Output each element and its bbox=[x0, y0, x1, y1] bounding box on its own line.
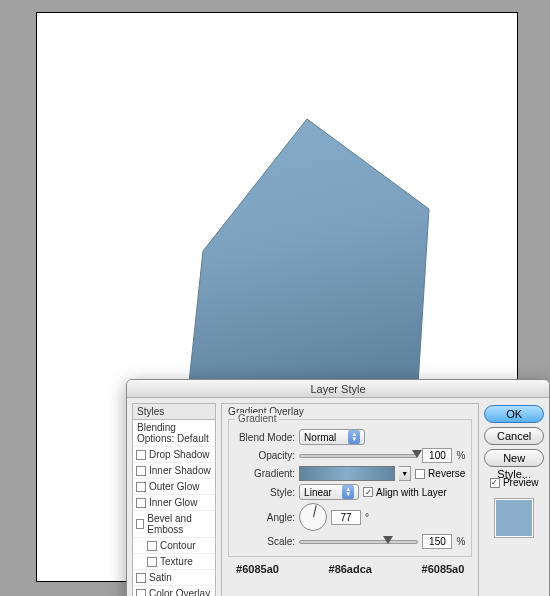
cancel-button[interactable]: Cancel bbox=[484, 427, 544, 445]
buttons-column: OK Cancel New Style... Preview bbox=[484, 403, 544, 596]
preview-label: Preview bbox=[503, 477, 539, 488]
checkbox[interactable] bbox=[136, 589, 146, 597]
legend: Gradient bbox=[235, 413, 279, 424]
opacity-value[interactable]: 100 bbox=[422, 448, 452, 463]
checkbox[interactable] bbox=[147, 557, 157, 567]
hex-2: #86adca bbox=[329, 563, 372, 575]
scale-value[interactable]: 150 bbox=[422, 534, 452, 549]
gradient-swatch[interactable] bbox=[299, 466, 395, 481]
checkbox[interactable] bbox=[136, 519, 144, 529]
style-satin[interactable]: Satin bbox=[133, 570, 215, 586]
scale-label: Scale: bbox=[235, 536, 295, 547]
styles-header[interactable]: Styles bbox=[132, 403, 216, 420]
preview-checkbox[interactable] bbox=[490, 478, 500, 488]
layer-style-dialog: Layer Style Styles Blending Options: Def… bbox=[126, 379, 550, 596]
angle-label: Angle: bbox=[235, 512, 295, 523]
blend-mode-label: Blend Mode: bbox=[235, 432, 295, 443]
style-texture[interactable]: Texture bbox=[133, 554, 215, 570]
gradient-fieldset: Gradient Blend Mode: Normal ▲▼ Opacity: … bbox=[228, 419, 472, 557]
blend-mode-select[interactable]: Normal ▲▼ bbox=[299, 429, 365, 445]
blending-options-row[interactable]: Blending Options: Default bbox=[133, 420, 215, 447]
style-label: Style: bbox=[235, 487, 295, 498]
checkbox[interactable] bbox=[136, 573, 146, 583]
chevron-updown-icon: ▲▼ bbox=[342, 485, 354, 499]
gradient-overlay-panel: Gradient Overlay Gradient Blend Mode: No… bbox=[221, 403, 479, 596]
gradient-label: Gradient: bbox=[235, 468, 295, 479]
dialog-title: Layer Style bbox=[127, 380, 549, 398]
checkbox[interactable] bbox=[136, 482, 146, 492]
reverse-checkbox[interactable] bbox=[415, 469, 425, 479]
styles-list: Blending Options: Default Drop Shadow In… bbox=[132, 420, 216, 596]
envelope-shape bbox=[177, 111, 447, 401]
style-drop-shadow[interactable]: Drop Shadow bbox=[133, 447, 215, 463]
hex-3: #6085a0 bbox=[422, 563, 465, 575]
style-inner-shadow[interactable]: Inner Shadow bbox=[133, 463, 215, 479]
align-checkbox[interactable] bbox=[363, 487, 373, 497]
opacity-label: Opacity: bbox=[235, 450, 295, 461]
svg-marker-0 bbox=[187, 119, 429, 401]
hex-readout: #6085a0 #86adca #6085a0 bbox=[228, 557, 472, 575]
gradient-dropdown[interactable]: ▼ bbox=[399, 466, 411, 481]
opacity-slider[interactable] bbox=[299, 454, 418, 458]
checkbox[interactable] bbox=[136, 466, 146, 476]
angle-dial[interactable] bbox=[299, 503, 327, 531]
new-style-button[interactable]: New Style... bbox=[484, 449, 544, 467]
hex-1: #6085a0 bbox=[236, 563, 279, 575]
angle-value[interactable]: 77 bbox=[331, 510, 361, 525]
style-outer-glow[interactable]: Outer Glow bbox=[133, 479, 215, 495]
style-color-overlay[interactable]: Color Overlay bbox=[133, 586, 215, 596]
ok-button[interactable]: OK bbox=[484, 405, 544, 423]
style-select[interactable]: Linear ▲▼ bbox=[299, 484, 359, 500]
preview-swatch bbox=[494, 498, 534, 538]
style-contour[interactable]: Contour bbox=[133, 538, 215, 554]
style-bevel-emboss[interactable]: Bevel and Emboss bbox=[133, 511, 215, 538]
styles-column: Styles Blending Options: Default Drop Sh… bbox=[132, 403, 216, 596]
style-inner-glow[interactable]: Inner Glow bbox=[133, 495, 215, 511]
checkbox[interactable] bbox=[147, 541, 157, 551]
scale-slider[interactable] bbox=[299, 540, 418, 544]
checkbox[interactable] bbox=[136, 450, 146, 460]
checkbox[interactable] bbox=[136, 498, 146, 508]
chevron-updown-icon: ▲▼ bbox=[348, 430, 360, 444]
